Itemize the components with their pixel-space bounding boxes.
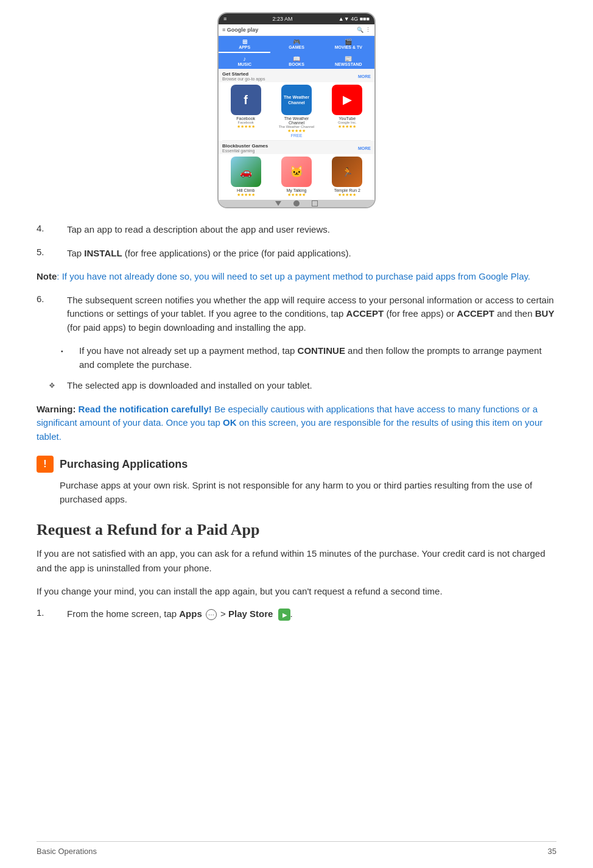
ok-bold: OK [223, 417, 237, 428]
accept1-bold: ACCEPT [346, 308, 384, 319]
facebook-stars: ★★★★★ [237, 124, 255, 129]
weather-name2: Channel [289, 121, 304, 125]
gp-tab-newsstand: 📰NEWSSTAND [323, 53, 374, 69]
sub-bullet-continue: ▪ If you have not already set up a payme… [61, 344, 556, 372]
note-text: : If you have not already done so, you w… [57, 271, 530, 281]
page-footer: Basic Operations 35 [37, 841, 556, 856]
facebook-name: Facebook [236, 116, 255, 121]
phone-status-bar: ≡ 2:23 AM ▲▼ 4G ■■■ [219, 13, 374, 24]
nav-back [275, 201, 281, 206]
purchasing-text: Purchase apps at your own risk. Sprint i… [60, 479, 556, 506]
get-started-subtitle: Browse our go-to apps [222, 77, 265, 81]
play-store-bold: Play Store [228, 609, 273, 619]
step-5-suffix: (for free applications) or the price (fo… [125, 248, 351, 258]
step6-end: (for paid apps) to begin downloading and… [67, 322, 306, 333]
blockbuster-more: MORE [358, 146, 371, 150]
purchasing-heading: ! Purchasing Applications [37, 456, 556, 473]
app-item-weather: The Weather Channel The Weather Channel … [273, 85, 320, 138]
hill-climb-name: Hill Climb [237, 188, 255, 192]
get-started-more: MORE [358, 74, 371, 79]
my-talking-stars: ★★★★★ [287, 192, 306, 197]
bullet-square-icon: ▪ [61, 344, 79, 356]
app-item-youtube: ▶ YouTube Google Inc. ★★★★★ [324, 85, 371, 138]
step-6-text: The subsequent screen notifies you wheth… [67, 294, 556, 335]
weather-stars: ★★★★★ [287, 129, 306, 133]
facebook-icon: f [231, 85, 261, 115]
step1-prefix: From the home screen, tap [67, 609, 179, 619]
phone-screenshot: ≡ 2:23 AM ▲▼ 4G ■■■ ≡ Google play 🔍 ⋮ ⊞A… [217, 12, 376, 208]
sub-bullet-text: If you have not already set up a payment… [79, 344, 556, 372]
game-item-hillclimb: 🚗 Hill Climb ★★★★★ [222, 157, 269, 197]
youtube-icon: ▶ [332, 85, 362, 115]
gp-tab-games: 🎮GAMES [270, 36, 322, 53]
warning-block: Warning: Read the notification carefully… [37, 403, 556, 444]
refund-step-1: 1. From the home screen, tap Apps ⋯ > Pl… [37, 607, 556, 621]
status-signal: ▲▼ 4G ■■■ [339, 16, 370, 22]
step1-mid: > [220, 609, 228, 619]
apps-grid-icon: ⋯ [206, 609, 217, 620]
warning-label: Warning: [37, 404, 79, 414]
step-4-num: 4. [37, 223, 67, 233]
play-store-icon [278, 609, 290, 621]
refund-para1: If you are not satisfied with an app, yo… [37, 546, 556, 576]
gp-category-tabs-2: ♪MUSIC 📖BOOKS 📰NEWSSTAND [219, 53, 374, 69]
refund-para2: If you change your mind, you can install… [37, 584, 556, 599]
get-started-title: Get Started [222, 71, 265, 77]
step-5: 5. Tap INSTALL (for free applications) o… [37, 247, 556, 261]
step-6: 6. The subsequent screen notifies you wh… [37, 294, 556, 335]
gp-category-tabs: ⊞APPS 🎮GAMES 🎬MOVIES & TV [219, 36, 374, 53]
game-item-mytalking: 🐱 My Talking ★★★★★ [273, 157, 320, 197]
my-talking-icon: 🐱 [281, 157, 312, 187]
step-5-text: Tap INSTALL (for free applications) or t… [67, 247, 556, 261]
refund-step-1-text: From the home screen, tap Apps ⋯ > Play … [67, 607, 556, 621]
hill-climb-stars: ★★★★★ [237, 192, 255, 197]
blockbuster-title: Blockbuster Games [222, 143, 268, 149]
diamond-bullet-text: The selected app is downloaded and insta… [67, 379, 312, 393]
purchasing-title: Purchasing Applications [60, 458, 188, 471]
note-block: Note: If you have not already done so, y… [37, 270, 556, 284]
hill-climb-icon: 🚗 [231, 157, 261, 187]
my-talking-name: My Talking [287, 188, 307, 192]
step6-mid: (for free apps) or [384, 308, 457, 319]
get-started-header: Get Started Browse our go-to apps MORE [219, 69, 374, 82]
youtube-name: YouTube [339, 116, 356, 121]
weather-channel-text: The Weather Channel [284, 94, 309, 105]
step-4: 4. Tap an app to read a description abou… [37, 223, 556, 237]
step-5-num: 5. [37, 247, 67, 257]
games-row: 🚗 Hill Climb ★★★★★ 🐱 My Talking ★★★★★ 🏃 … [219, 154, 374, 200]
gp-tab-movies: 🎬MOVIES & TV [323, 36, 374, 53]
weather-name: The Weather [284, 116, 309, 121]
footer-right: 35 [548, 847, 556, 856]
install-bold: INSTALL [84, 248, 122, 258]
google-play-logo: ≡ Google play [222, 27, 258, 33]
warning-bold-label: Read the notification carefully! [79, 404, 212, 414]
temple-run-name: Temple Run 2 [334, 188, 360, 192]
gp-tab-books: 📖BOOKS [270, 53, 322, 69]
gp-tab-apps: ⊞APPS [219, 36, 270, 53]
continue-bold: CONTINUE [298, 345, 345, 356]
nav-recent [312, 200, 318, 206]
phone-nav-bar [219, 200, 374, 207]
diamond-bullet-installed: ❖ The selected app is downloaded and ins… [49, 379, 556, 393]
temple-run-stars: ★★★★★ [338, 192, 356, 197]
sub-bullet-prefix: If you have not already set up a payment… [79, 345, 298, 356]
purchasing-icon: ! [37, 456, 54, 473]
app-item-facebook: f Facebook Facebook ★★★★★ [222, 85, 269, 138]
weather-channel-icon: The Weather Channel [281, 85, 312, 115]
game-item-templerun: 🏃 Temple Run 2 ★★★★★ [324, 157, 371, 197]
accept2-bold: ACCEPT [457, 308, 494, 319]
google-play-header: ≡ Google play 🔍 ⋮ [219, 24, 374, 36]
step6-and-then: and then [494, 308, 535, 319]
buy-bold: BUY [535, 308, 555, 319]
step-4-text: Tap an app to read a description about t… [67, 223, 556, 237]
step-6-num: 6. [37, 294, 67, 304]
nested-bullets: ▪ If you have not already set up a payme… [61, 344, 556, 393]
weather-price: FREE [291, 133, 303, 138]
gp-tab-music: ♪MUSIC [219, 53, 270, 69]
refund-step-1-num: 1. [37, 607, 67, 618]
temple-run-icon: 🏃 [332, 157, 362, 187]
youtube-stars: ★★★★★ [338, 124, 356, 129]
featured-apps-row: f Facebook Facebook ★★★★★ The Weather Ch… [219, 82, 374, 140]
apps-bold: Apps [179, 609, 202, 619]
blockbuster-header: Blockbuster Games Essential gaming MORE [219, 141, 374, 154]
